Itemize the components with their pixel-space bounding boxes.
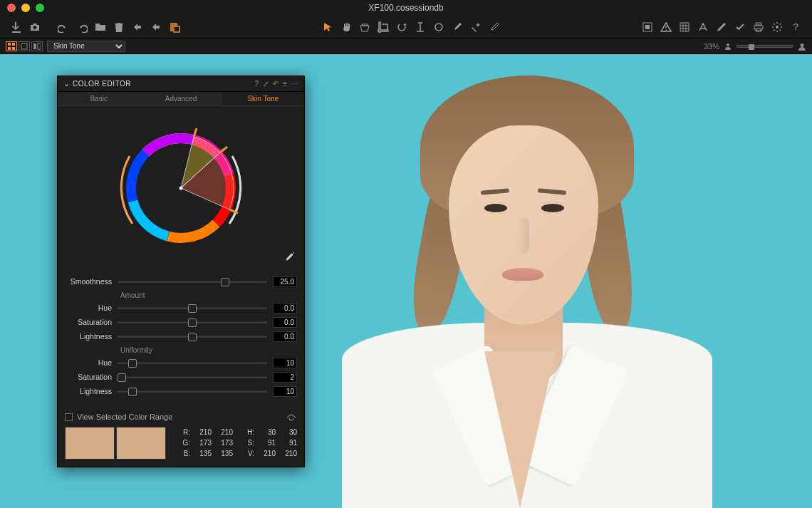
minimize-window-button[interactable] (21, 4, 30, 12)
print-icon[interactable] (751, 19, 766, 35)
uniformity-lightness-slider[interactable]: Lightness 10 (65, 384, 297, 398)
uniformity-saturation-slider[interactable]: Saturation 2 (65, 370, 297, 384)
uniformity-hue-slider[interactable]: Hue 10 (65, 356, 297, 370)
more-icon[interactable]: ⋯ (291, 80, 298, 88)
spot-tool-icon[interactable] (431, 19, 447, 35)
focus-mask-icon[interactable] (640, 19, 655, 35)
brush-tool-icon[interactable] (449, 19, 465, 35)
settings-icon[interactable] (769, 19, 785, 35)
tab-advanced[interactable]: Advanced (140, 92, 222, 105)
trash-icon[interactable] (111, 19, 127, 35)
svg-rect-12 (38, 43, 41, 49)
color-editor-panel: ⌄ COLOR EDITOR ? ⤢ ↶ ≡ ⋯ Basic Advanced … (57, 76, 305, 467)
menu-icon[interactable]: ≡ (283, 80, 287, 88)
zoom-slider[interactable] (736, 45, 793, 48)
color-wheel[interactable] (110, 117, 252, 259)
svg-point-4 (776, 26, 779, 28)
view-single-button[interactable] (19, 41, 30, 51)
window-title: XF100.cosessiondb (368, 3, 443, 13)
help-icon[interactable]: ? (255, 80, 259, 88)
erase-tool-icon[interactable] (486, 19, 502, 35)
help-icon[interactable]: ? (788, 19, 803, 35)
import-icon[interactable] (9, 19, 24, 35)
undo-arrow-icon[interactable] (130, 19, 145, 35)
mask-icon[interactable] (286, 411, 297, 423)
edit-icon[interactable] (714, 19, 729, 35)
grid-icon[interactable] (677, 19, 692, 35)
user-large-icon (798, 42, 806, 51)
hand-tool-icon[interactable] (338, 19, 354, 35)
magic-brush-icon[interactable] (468, 19, 484, 35)
svg-point-0 (398, 24, 405, 31)
amount-section-label: Amount (65, 289, 297, 301)
zoom-value: 33% (704, 42, 719, 51)
color-readout: R:210210H:3030 G:173173S:9191 B:135135V:… (167, 427, 297, 459)
panel-header[interactable]: ⌄ COLOR EDITOR ? ⤢ ↶ ≡ ⋯ (58, 76, 304, 92)
amount-hue-slider[interactable]: Hue 0.0 (65, 301, 297, 315)
preset-select[interactable]: Skin Tone (47, 41, 125, 52)
view-split-button[interactable] (31, 41, 43, 51)
color-swatch-source[interactable] (65, 427, 115, 460)
copy-adjustments-icon[interactable] (167, 19, 182, 35)
capture-icon[interactable] (27, 19, 43, 35)
annotate-icon[interactable] (695, 19, 711, 35)
panel-title: COLOR EDITOR (73, 80, 255, 88)
svg-line-22 (220, 147, 227, 152)
sub-toolbar: Skin Tone 33% (0, 38, 812, 54)
color-swatch-target[interactable] (116, 427, 166, 460)
redo-arrow-icon[interactable] (148, 19, 164, 35)
reset-icon[interactable]: ↶ (273, 80, 279, 88)
main-toolbar: ? (0, 16, 812, 38)
svg-point-21 (179, 187, 183, 190)
amount-lightness-slider[interactable]: Lightness 0.0 (65, 329, 297, 343)
view-range-checkbox[interactable] (65, 413, 73, 421)
close-window-button[interactable] (7, 4, 16, 12)
tab-basic[interactable]: Basic (58, 92, 140, 105)
svg-rect-11 (33, 43, 36, 49)
tab-skintone[interactable]: Skin Tone (222, 92, 304, 105)
amount-saturation-slider[interactable]: Saturation 0.0 (65, 315, 297, 329)
folder-icon[interactable] (93, 19, 108, 35)
view-grid-button[interactable] (6, 41, 17, 51)
svg-rect-6 (8, 43, 11, 46)
rotate-tool-icon[interactable] (394, 19, 410, 35)
svg-point-1 (435, 24, 442, 31)
crop-tool-icon[interactable] (375, 19, 391, 35)
svg-rect-9 (12, 47, 15, 50)
uniformity-section-label: Uniformity (65, 343, 297, 356)
keystone-tool-icon[interactable] (412, 19, 428, 35)
smoothness-slider[interactable]: Smoothness 25.0 (65, 274, 297, 289)
cursor-tool-icon[interactable] (320, 19, 335, 35)
check-icon[interactable] (732, 19, 748, 35)
user-icon (724, 42, 732, 51)
maximize-window-button[interactable] (36, 4, 44, 12)
svg-rect-7 (12, 43, 15, 46)
view-range-label: View Selected Color Range (77, 413, 172, 421)
image-viewer[interactable]: ⌄ COLOR EDITOR ? ⤢ ↶ ≡ ⋯ Basic Advanced … (0, 54, 812, 508)
titlebar: XF100.cosessiondb (0, 0, 812, 16)
svg-rect-10 (21, 43, 27, 49)
loupe-tool-icon[interactable] (357, 19, 373, 35)
undo-icon[interactable] (56, 19, 71, 35)
svg-text:?: ? (793, 21, 798, 32)
chevron-down-icon: ⌄ (63, 79, 70, 88)
redo-icon[interactable] (74, 19, 90, 35)
expand-icon[interactable]: ⤢ (263, 80, 269, 88)
svg-rect-8 (8, 47, 11, 50)
exposure-warning-icon[interactable] (658, 19, 674, 35)
color-picker-icon[interactable] (283, 250, 296, 264)
svg-rect-3 (645, 25, 650, 29)
